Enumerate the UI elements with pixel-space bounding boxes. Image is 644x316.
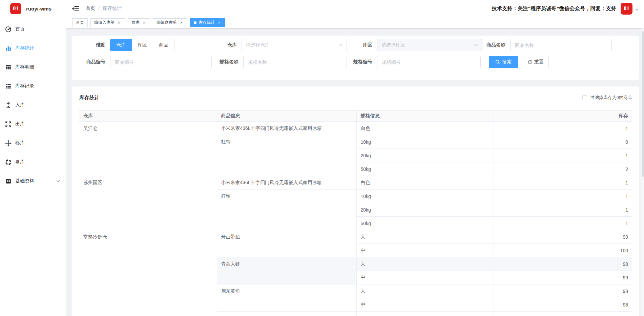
product-cell: 小米米家436L十字四门风冷无霜嵌入式家用冰箱 bbox=[217, 176, 356, 190]
breadcrumb-separator: / bbox=[98, 6, 100, 11]
move-icon bbox=[5, 140, 12, 146]
qty-cell: 1 bbox=[494, 122, 632, 135]
reset-button[interactable]: 重置 bbox=[523, 56, 549, 68]
dimension-label: 维度 bbox=[72, 42, 110, 48]
form-item-dimension: 维度 仓库 库区 商品 bbox=[72, 39, 174, 51]
sidebar-item-move[interactable]: 移库 bbox=[0, 134, 66, 153]
area-select[interactable]: 请选择库区 bbox=[377, 39, 482, 51]
qty-cell: 1 bbox=[494, 149, 632, 162]
breadcrumb-home-link[interactable]: 首页 bbox=[86, 5, 95, 12]
spec-name-input[interactable] bbox=[243, 56, 347, 68]
qty-cell: 1 bbox=[494, 217, 632, 230]
product-cell: 青岛大虾 bbox=[217, 257, 356, 284]
dimension-option-area[interactable]: 库区 bbox=[131, 39, 153, 51]
filter-zero-checkbox[interactable]: 过滤掉库存为0的商品 bbox=[582, 95, 632, 101]
filter-actions: 搜索 重置 bbox=[489, 56, 549, 68]
dimension-option-warehouse[interactable]: 仓库 bbox=[110, 39, 132, 51]
caret-down-icon bbox=[635, 9, 639, 11]
scrollbar-thumb[interactable] bbox=[642, 31, 644, 177]
sidebar-item-stock-stats[interactable]: 库存统计 bbox=[0, 39, 66, 58]
user-avatar-dropdown[interactable]: 01 bbox=[621, 3, 639, 15]
spec-cell: 白色 bbox=[356, 176, 494, 190]
spec-code-label: 规格编号 bbox=[339, 59, 377, 65]
spec-cell: 中 bbox=[356, 298, 494, 312]
spec-code-input[interactable] bbox=[377, 56, 481, 68]
sidebar-item-inbound[interactable]: 入库 bbox=[0, 96, 66, 115]
sidebar: 01 ruoyi-wms 首页 库存统计 库存明细 bbox=[0, 0, 66, 316]
active-dot-icon bbox=[194, 21, 196, 24]
warehouse-cell: 苏州园区 bbox=[79, 176, 217, 230]
search-button[interactable]: 搜索 bbox=[489, 56, 518, 68]
sidebar-item-label: 移库 bbox=[15, 140, 25, 146]
spec-cell: 中 bbox=[356, 271, 494, 284]
tab-edit-stocktake-order[interactable]: 编辑盘库单 × bbox=[153, 18, 187, 27]
sidebar-item-label: 出库 bbox=[15, 121, 25, 127]
scrollbar-track bbox=[641, 28, 644, 316]
sidebar-item-label: 首页 bbox=[15, 26, 25, 32]
navbar-right: 技术支持：关注“程序员诚哥”微信公众号，回复：支持 01 bbox=[492, 3, 639, 15]
col-warehouse: 仓库 bbox=[79, 111, 217, 122]
tab-label: 盘库 bbox=[131, 20, 140, 25]
spec-cell: 中 bbox=[356, 244, 494, 257]
form-item-spec-name: 规格名称 bbox=[205, 56, 347, 68]
sidebar-item-label: 库存统计 bbox=[15, 45, 34, 51]
close-icon[interactable]: × bbox=[217, 20, 222, 25]
close-icon[interactable]: × bbox=[179, 20, 184, 25]
qty-cell: 2 bbox=[494, 162, 632, 176]
sidebar-menu: 首页 库存统计 库存明细 库存记录 bbox=[0, 17, 66, 191]
product-code-label: 商品编号 bbox=[72, 59, 110, 65]
product-cell: 杠铃 bbox=[217, 135, 356, 176]
warehouse-select-placeholder: 请选择仓库 bbox=[246, 42, 270, 48]
sidebar-fold-icon[interactable] bbox=[72, 6, 79, 12]
tab-stocktake[interactable]: 盘库 × bbox=[128, 18, 150, 27]
qty-cell: 1 bbox=[494, 190, 632, 203]
product-name-input[interactable] bbox=[510, 39, 612, 51]
dashboard-icon bbox=[5, 26, 12, 33]
sidebar-item-stock-detail[interactable]: 库存明细 bbox=[0, 58, 66, 77]
tab-label: 库存统计 bbox=[199, 20, 215, 25]
close-icon[interactable]: × bbox=[142, 20, 146, 25]
product-cell bbox=[217, 312, 356, 316]
sidebar-item-home[interactable]: 首页 bbox=[0, 20, 66, 39]
spec-cell: 白色 bbox=[356, 122, 494, 135]
dimension-radio-group: 仓库 库区 商品 bbox=[110, 39, 174, 51]
dimension-option-product[interactable]: 商品 bbox=[153, 39, 174, 51]
sidebar-item-outbound[interactable]: 出库 bbox=[0, 115, 66, 134]
breadcrumb: 首页 / 库存统计 bbox=[86, 5, 122, 12]
breadcrumb-current: 库存统计 bbox=[103, 5, 122, 12]
spec-cell: 20kg bbox=[356, 149, 494, 162]
tab-label: 首页 bbox=[76, 20, 84, 25]
warehouse-cell: 吴江仓 bbox=[79, 122, 217, 176]
tab-stock-stats[interactable]: 库存统计 × bbox=[190, 18, 225, 27]
brand-logo-icon: 01 bbox=[10, 3, 21, 14]
spec-cell: 50kg bbox=[356, 217, 494, 230]
table-row: 常熟冷链仓 舟山带鱼 大 99 bbox=[79, 230, 632, 244]
page-content: 维度 仓库 库区 商品 仓库 请选择仓库 库区 bbox=[66, 28, 644, 316]
stocktake-icon bbox=[5, 159, 12, 165]
sidebar-item-label: 入库 bbox=[15, 102, 25, 108]
qty-cell: 1 bbox=[494, 203, 632, 217]
tab-edit-inbound-order[interactable]: 编辑入库单 × bbox=[90, 18, 125, 27]
form-item-area: 库区 请选择库区 bbox=[339, 39, 482, 51]
sidebar-item-base-data[interactable]: 基础资料 bbox=[0, 172, 66, 191]
product-code-input[interactable] bbox=[110, 56, 212, 68]
outbound-icon bbox=[5, 121, 12, 127]
spec-cell: 大 bbox=[356, 257, 494, 271]
form-item-product-code: 商品编号 bbox=[72, 56, 212, 68]
app-window: 01 ruoyi-wms 首页 库存统计 库存明细 bbox=[0, 0, 644, 316]
product-cell: 启东黄鱼 bbox=[217, 284, 356, 312]
app-logo[interactable]: 01 ruoyi-wms bbox=[0, 0, 66, 17]
stock-stats-panel: 库存统计 过滤掉库存为0的商品 仓库 商品信息 规格信息 库存 bbox=[72, 86, 639, 316]
product-cell: 舟山带鱼 bbox=[217, 230, 356, 257]
close-icon[interactable]: × bbox=[117, 20, 121, 25]
search-button-label: 搜索 bbox=[502, 59, 512, 65]
sidebar-item-stock-records[interactable]: 库存记录 bbox=[0, 77, 66, 96]
warehouse-select[interactable]: 请选择仓库 bbox=[242, 39, 347, 51]
inbound-icon bbox=[5, 102, 12, 108]
spec-cell: 20kg bbox=[356, 203, 494, 217]
search-filter-panel: 维度 仓库 库区 商品 仓库 请选择仓库 库区 bbox=[72, 36, 639, 80]
tags-view: 首页 编辑入库单 × 盘库 × 编辑盘库单 × 库存统计 × bbox=[66, 17, 644, 28]
sidebar-item-stocktake[interactable]: 盘库 bbox=[0, 153, 66, 172]
qty-cell: 98 bbox=[494, 284, 632, 298]
tab-home[interactable]: 首页 bbox=[72, 18, 88, 27]
